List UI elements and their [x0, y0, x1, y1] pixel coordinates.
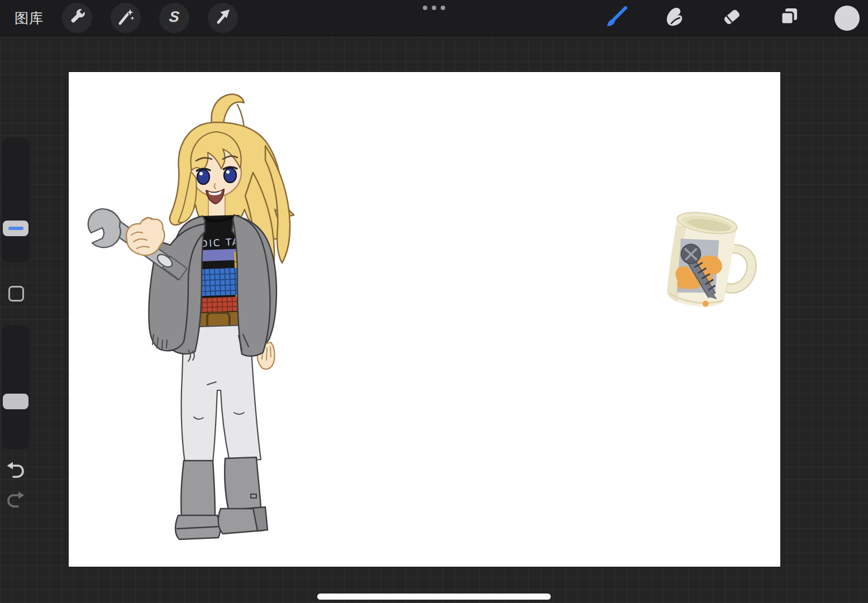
wrench-icon: [67, 7, 87, 29]
brush-size-accent: [8, 227, 23, 230]
paint-tool-button[interactable]: [602, 3, 632, 33]
gallery-button[interactable]: 图库: [15, 9, 44, 27]
mug-drawing: [664, 209, 764, 314]
redo-arrowhead: [18, 492, 25, 499]
undo-arrowhead: [7, 462, 13, 470]
opacity-slider[interactable]: [2, 325, 30, 449]
erase-tool-button[interactable]: [717, 3, 747, 33]
undo-button[interactable]: [6, 461, 26, 478]
layers-icon: [778, 5, 801, 31]
eye-right: [224, 168, 236, 183]
canvas-menu-button[interactable]: [423, 6, 445, 10]
magic-wand-icon: [116, 7, 136, 29]
redo-button[interactable]: [6, 490, 26, 508]
smudge-finger-icon: [662, 5, 686, 31]
opacity-handle[interactable]: [3, 394, 28, 409]
color-circle: [834, 6, 860, 31]
ellipsis-dot: [432, 6, 436, 10]
modify-button[interactable]: [8, 286, 24, 302]
selection-s-icon: S: [168, 8, 180, 26]
top-toolbar: 图库 S: [0, 0, 868, 36]
wrench-head: [88, 209, 121, 247]
brush-size-handle[interactable]: [3, 221, 28, 236]
transform-button[interactable]: [208, 3, 238, 33]
actions-button[interactable]: [62, 3, 92, 33]
layers-button[interactable]: [774, 3, 804, 33]
brush-size-slider[interactable]: [2, 138, 30, 262]
ellipsis-dot: [441, 6, 445, 10]
artwork-svg: ƆDIC TA: [69, 72, 780, 567]
home-indicator[interactable]: [317, 594, 551, 600]
boots: [175, 457, 268, 539]
smudge-tool-button[interactable]: [659, 3, 689, 33]
adjustments-button[interactable]: [111, 3, 141, 33]
character-drawing: ƆDIC TA: [88, 94, 294, 539]
eye-left: [197, 170, 209, 184]
ellipsis-dot: [423, 6, 427, 10]
selection-button[interactable]: S: [159, 3, 189, 33]
drawing-canvas[interactable]: ƆDIC TA: [69, 72, 780, 567]
eraser-icon: [720, 5, 743, 31]
brush-icon: [604, 4, 629, 31]
arrow-cursor-icon: [213, 7, 233, 29]
color-button[interactable]: [832, 3, 862, 33]
